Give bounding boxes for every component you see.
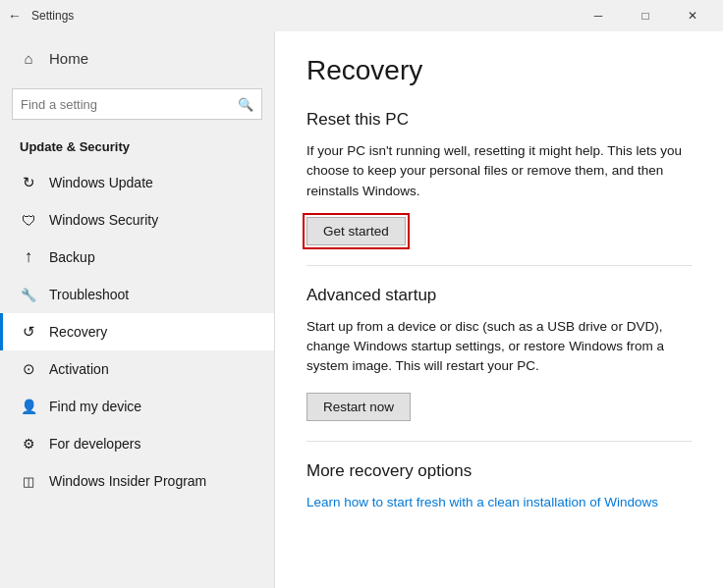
titlebar-title: Settings xyxy=(31,9,576,23)
reset-section-desc: If your PC isn't running well, resetting… xyxy=(306,141,692,201)
more-section-title: More recovery options xyxy=(306,461,692,481)
divider-1 xyxy=(306,265,692,266)
backup-icon: ↑ xyxy=(20,248,37,266)
recovery-icon: ↺ xyxy=(20,323,37,341)
sidebar-item-label: Troubleshoot xyxy=(49,287,129,302)
sidebar-item-activation[interactable]: ⊙ Activation xyxy=(0,350,274,388)
sidebar-item-windows-insider[interactable]: ◫ Windows Insider Program xyxy=(0,462,274,500)
titlebar: ← Settings ─ □ ✕ xyxy=(0,0,723,31)
sidebar-item-for-developers[interactable]: ⚙ For developers xyxy=(0,425,274,462)
troubleshoot-icon: 🔧 xyxy=(20,286,37,303)
sidebar-item-label: Recovery xyxy=(49,324,107,340)
clean-install-link[interactable]: Learn how to start fresh with a clean in… xyxy=(306,495,658,509)
sidebar-item-home[interactable]: ⌂ Home xyxy=(0,31,274,84)
get-started-button[interactable]: Get started xyxy=(306,217,406,245)
advanced-section-title: Advanced startup xyxy=(306,286,692,305)
insider-icon: ◫ xyxy=(20,472,37,490)
search-box[interactable]: 🔍 xyxy=(12,88,262,120)
content-area: Recovery Reset this PC If your PC isn't … xyxy=(275,31,723,588)
sidebar-item-label: Backup xyxy=(49,249,95,265)
divider-2 xyxy=(306,441,692,442)
activation-icon: ⊙ xyxy=(20,360,37,378)
sidebar-item-backup[interactable]: ↑ Backup xyxy=(0,239,274,276)
sidebar-item-label: Windows Security xyxy=(49,212,158,228)
windows-security-icon: 🛡 xyxy=(20,211,37,229)
sidebar-item-label: For developers xyxy=(49,436,140,452)
back-button[interactable]: ← xyxy=(8,8,22,24)
page-title: Recovery xyxy=(306,55,692,86)
find-device-icon: 👤 xyxy=(20,398,37,415)
sidebar: ⌂ Home 🔍 Update & Security ↻ Windows Upd… xyxy=(0,31,275,588)
search-input[interactable] xyxy=(21,97,238,112)
sidebar-item-label: Windows Insider Program xyxy=(49,473,206,489)
reset-section-title: Reset this PC xyxy=(306,110,692,130)
developers-icon: ⚙ xyxy=(20,435,37,453)
sidebar-item-windows-security[interactable]: 🛡 Windows Security xyxy=(0,201,274,239)
sidebar-item-label: Windows Update xyxy=(49,175,153,190)
sidebar-item-windows-update[interactable]: ↻ Windows Update xyxy=(0,164,274,201)
sidebar-home-label: Home xyxy=(49,50,88,67)
sidebar-item-label: Activation xyxy=(49,361,109,377)
window-controls: ─ □ ✕ xyxy=(576,0,715,31)
restart-now-button[interactable]: Restart now xyxy=(306,393,411,421)
close-button[interactable]: ✕ xyxy=(670,0,715,31)
minimize-button[interactable]: ─ xyxy=(576,0,621,31)
sidebar-item-troubleshoot[interactable]: 🔧 Troubleshoot xyxy=(0,276,274,313)
sidebar-section-title: Update & Security xyxy=(0,132,274,164)
sidebar-item-recovery[interactable]: ↺ Recovery xyxy=(0,313,274,350)
windows-update-icon: ↻ xyxy=(20,174,37,191)
sidebar-item-label: Find my device xyxy=(49,399,141,414)
home-icon: ⌂ xyxy=(20,49,37,67)
sidebar-item-find-my-device[interactable]: 👤 Find my device xyxy=(0,388,274,425)
search-icon: 🔍 xyxy=(238,97,253,112)
main-container: ⌂ Home 🔍 Update & Security ↻ Windows Upd… xyxy=(0,31,723,588)
advanced-section-desc: Start up from a device or disc (such as … xyxy=(306,317,692,377)
maximize-button[interactable]: □ xyxy=(623,0,668,31)
